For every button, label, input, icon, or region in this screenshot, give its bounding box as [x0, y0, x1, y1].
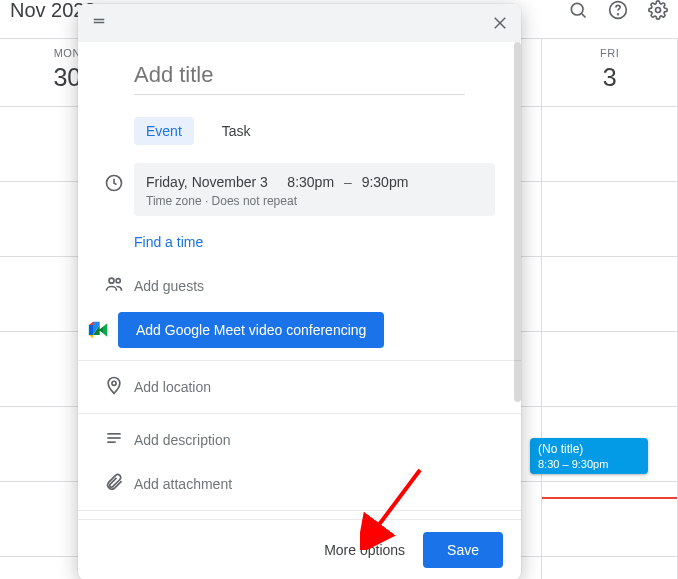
description-row[interactable]: Add description: [78, 418, 521, 462]
divider: [78, 510, 521, 511]
calendar-selector-row[interactable]: Monika Verma: [78, 515, 521, 519]
now-line: [542, 497, 677, 499]
attachment-row[interactable]: Add attachment: [78, 462, 521, 506]
calendar-event[interactable]: (No title) 8:30 – 9:30pm: [530, 438, 648, 474]
guests-icon: [104, 274, 124, 298]
svg-point-0: [571, 3, 583, 15]
datetime-row[interactable]: Friday, November 3 8:30pm – 9:30pm Time …: [78, 159, 521, 220]
clock-icon: [104, 173, 124, 197]
svg-point-3: [618, 14, 619, 15]
svg-point-11: [116, 279, 120, 283]
guests-row[interactable]: Add guests: [78, 264, 521, 308]
svg-rect-13: [107, 433, 120, 435]
time-dash: –: [338, 174, 358, 190]
scrollbar[interactable]: [514, 42, 521, 402]
event-time: 8:30 – 9:30pm: [538, 458, 640, 470]
more-options-button[interactable]: More options: [324, 542, 405, 558]
svg-rect-5: [94, 19, 105, 21]
tab-row: Event Task: [78, 103, 521, 159]
add-meet-button[interactable]: Add Google Meet video conferencing: [118, 312, 384, 348]
svg-rect-15: [107, 441, 115, 443]
svg-point-12: [112, 381, 116, 385]
google-meet-icon: [88, 321, 108, 343]
attachment-placeholder: Add attachment: [134, 476, 501, 492]
divider: [78, 413, 521, 414]
location-row[interactable]: Add location: [78, 365, 521, 409]
divider: [78, 360, 521, 361]
title-input[interactable]: [134, 60, 465, 95]
close-icon[interactable]: [491, 14, 509, 32]
modal-body: Event Task Friday, November 3 8:30pm – 9…: [78, 42, 521, 519]
location-placeholder: Add location: [134, 379, 501, 395]
paperclip-icon: [104, 472, 124, 496]
modal-header: [78, 4, 521, 42]
event-start-time[interactable]: 8:30pm: [287, 174, 334, 190]
event-title: (No title): [538, 442, 640, 456]
svg-line-1: [582, 14, 586, 18]
day-col-fri[interactable]: FRI 3: [542, 39, 678, 579]
search-icon[interactable]: [568, 0, 588, 20]
dow-label: FRI: [542, 47, 677, 59]
find-a-time-link[interactable]: Find a time: [78, 220, 521, 264]
save-button[interactable]: Save: [423, 532, 503, 568]
description-placeholder: Add description: [134, 432, 501, 448]
tab-task[interactable]: Task: [210, 117, 263, 145]
tab-event[interactable]: Event: [134, 117, 194, 145]
timezone-repeat[interactable]: Time zone · Does not repeat: [146, 194, 483, 208]
help-icon[interactable]: [608, 0, 628, 20]
guests-placeholder: Add guests: [134, 278, 501, 294]
svg-rect-6: [94, 22, 105, 24]
location-icon: [104, 375, 124, 399]
svg-point-10: [109, 278, 114, 283]
gear-icon[interactable]: [648, 0, 668, 20]
day-number: 3: [542, 63, 677, 92]
description-icon: [104, 428, 124, 452]
header-icons: [568, 0, 668, 20]
drag-handle-icon[interactable]: [90, 12, 108, 34]
event-end-time[interactable]: 9:30pm: [362, 174, 409, 190]
modal-footer: More options Save: [78, 519, 521, 579]
svg-point-4: [656, 8, 661, 13]
event-date[interactable]: Friday, November 3: [146, 174, 268, 190]
create-event-modal: Event Task Friday, November 3 8:30pm – 9…: [78, 4, 521, 579]
svg-rect-14: [107, 437, 120, 439]
